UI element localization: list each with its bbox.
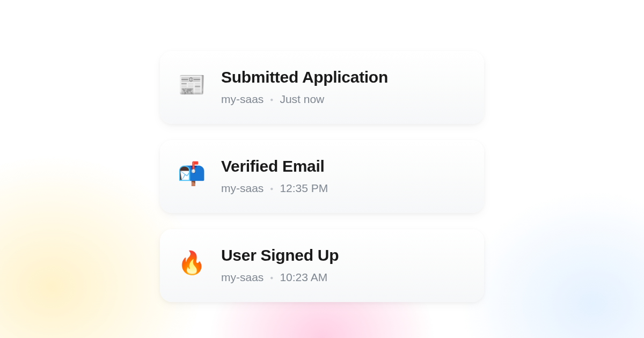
event-content: Submitted Application my-saas ● Just now xyxy=(221,68,466,106)
event-meta: my-saas ● Just now xyxy=(221,93,466,106)
event-time: 12:35 PM xyxy=(280,182,328,195)
event-title: Submitted Application xyxy=(221,68,466,86)
event-meta: my-saas ● 12:35 PM xyxy=(221,182,466,195)
event-time: Just now xyxy=(280,93,324,106)
event-title: User Signed Up xyxy=(221,246,466,264)
fire-icon: 🔥 xyxy=(178,249,205,276)
event-feed: 📰 Submitted Application my-saas ● Just n… xyxy=(160,51,484,302)
meta-separator: ● xyxy=(270,275,273,281)
event-content: Verified Email my-saas ● 12:35 PM xyxy=(221,157,466,195)
event-meta: my-saas ● 10:23 AM xyxy=(221,271,466,284)
event-content: User Signed Up my-saas ● 10:23 AM xyxy=(221,246,466,284)
event-title: Verified Email xyxy=(221,157,466,175)
event-card[interactable]: 📰 Submitted Application my-saas ● Just n… xyxy=(160,51,484,124)
event-project: my-saas xyxy=(221,93,264,106)
event-time: 10:23 AM xyxy=(280,271,327,284)
mailbox-icon: 📬 xyxy=(178,160,205,187)
event-project: my-saas xyxy=(221,271,264,284)
meta-separator: ● xyxy=(270,186,273,192)
event-project: my-saas xyxy=(221,182,264,195)
event-card[interactable]: 📬 Verified Email my-saas ● 12:35 PM xyxy=(160,140,484,213)
newspaper-icon: 📰 xyxy=(178,71,205,98)
event-card[interactable]: 🔥 User Signed Up my-saas ● 10:23 AM xyxy=(160,229,484,302)
meta-separator: ● xyxy=(270,97,273,102)
